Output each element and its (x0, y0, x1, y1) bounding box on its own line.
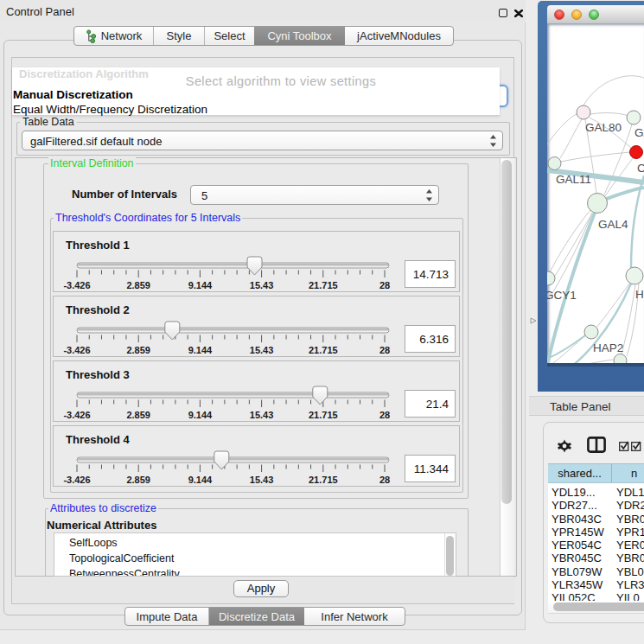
svg-text:15.43: 15.43 (250, 410, 274, 420)
svg-text:28: 28 (379, 410, 390, 420)
svg-text:28: 28 (379, 345, 390, 355)
svg-text:9.144: 9.144 (188, 475, 213, 485)
svg-text:-3.426: -3.426 (63, 475, 90, 485)
svg-text:9.144: 9.144 (188, 345, 213, 355)
svg-text:9.144: 9.144 (188, 410, 213, 420)
svg-text:GAL80: GAL80 (585, 121, 622, 134)
svg-text:-3.426: -3.426 (63, 410, 90, 420)
svg-text:2.859: 2.859 (126, 475, 150, 485)
svg-text:2.859: 2.859 (126, 345, 150, 355)
svg-text:9.144: 9.144 (188, 280, 213, 290)
svg-text:21.715: 21.715 (309, 475, 338, 485)
svg-text:H: H (635, 288, 644, 301)
svg-text:28: 28 (379, 280, 390, 290)
svg-text:-3.426: -3.426 (63, 280, 90, 290)
svg-text:21.715: 21.715 (309, 410, 338, 420)
svg-text:GA: GA (634, 126, 644, 139)
svg-text:GAL11: GAL11 (556, 173, 591, 186)
svg-text:HAP2: HAP2 (593, 341, 623, 354)
svg-text:-3.426: -3.426 (63, 345, 90, 355)
svg-text:2.859: 2.859 (126, 410, 150, 420)
svg-text:GCY1: GCY1 (547, 289, 577, 302)
svg-text:15.43: 15.43 (250, 475, 274, 485)
svg-text:C: C (637, 162, 644, 175)
svg-text:15.43: 15.43 (250, 280, 274, 290)
svg-text:21.715: 21.715 (309, 345, 338, 355)
svg-text:15.43: 15.43 (250, 345, 274, 355)
svg-text:28: 28 (379, 475, 390, 485)
svg-text:GAL4: GAL4 (598, 218, 628, 231)
svg-text:2.859: 2.859 (126, 280, 150, 290)
svg-text:21.715: 21.715 (309, 280, 338, 290)
